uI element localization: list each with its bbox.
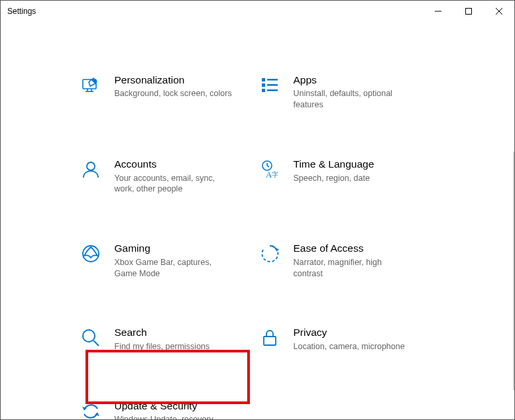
svg-line-17 [267,166,269,167]
tile-title: Apps [294,74,413,86]
tile-accounts[interactable]: Accounts Your accounts, email, sync, wor… [79,152,258,200]
svg-text:字: 字 [272,171,278,178]
tile-title: Privacy [294,326,405,339]
accounts-icon [79,158,103,182]
svg-rect-9 [262,83,265,87]
minimize-button[interactable] [423,1,453,22]
gaming-icon [79,242,103,266]
window-controls [423,1,514,22]
svg-rect-10 [262,89,265,92]
svg-rect-8 [262,78,265,81]
time-language-icon: A 字 [258,158,282,182]
tile-personalization[interactable]: Personalization Background, lock screen,… [79,68,258,116]
tile-desc: Windows Update, recovery, backup [115,414,234,420]
category-grid: Personalization Background, lock screen,… [79,68,437,420]
tile-title: Personalization [115,74,232,86]
tile-desc: Background, lock screen, colors [115,88,232,99]
svg-point-14 [87,162,95,170]
tile-desc: Uninstall, defaults, optional features [294,88,413,111]
tile-title: Update & Security [115,399,234,412]
tile-desc: Find my files, permissions [115,341,210,352]
privacy-icon [258,326,282,350]
ease-of-access-icon [258,242,282,266]
apps-icon [258,74,282,97]
scrollbar[interactable] [513,152,514,390]
svg-rect-24 [264,337,276,345]
svg-rect-11 [267,79,278,81]
titlebar: Settings [1,1,514,22]
tile-title: Search [115,326,210,339]
personalization-icon [79,74,103,97]
svg-rect-13 [267,89,278,91]
tile-gaming[interactable]: Gaming Xbox Game Bar, captures, Game Mod… [79,236,258,284]
window-title: Settings [7,7,36,16]
svg-point-22 [83,330,95,342]
tile-desc: Xbox Game Bar, captures, Game Mode [115,257,234,280]
svg-line-23 [93,341,99,346]
tile-time-language[interactable]: A 字 Time & Language Speech, region, date [258,152,437,200]
tile-title: Gaming [115,242,234,254]
maximize-button[interactable] [453,1,484,22]
search-icon [79,326,103,350]
tile-title: Accounts [115,158,234,170]
tile-privacy[interactable]: Privacy Location, camera, microphone [258,321,437,357]
close-button[interactable] [484,1,514,22]
tile-update-security[interactable]: Update & Security Windows Update, recove… [79,394,258,420]
svg-rect-1 [466,9,472,15]
svg-marker-21 [275,248,279,251]
tile-desc: Location, camera, microphone [294,341,405,352]
tile-search[interactable]: Search Find my files, permissions [79,321,258,357]
svg-rect-12 [267,84,278,86]
tile-ease-of-access[interactable]: Ease of Access Narrator, magnifier, high… [258,236,437,284]
tile-desc: Your accounts, email, sync, work, other … [115,173,234,195]
settings-content: Personalization Background, lock screen,… [1,22,514,420]
tile-apps[interactable]: Apps Uninstall, defaults, optional featu… [258,68,437,116]
tile-title: Time & Language [294,158,374,170]
tile-desc: Narrator, magnifier, high contrast [294,257,413,280]
tile-desc: Speech, region, date [294,173,374,184]
update-security-icon [79,399,103,420]
tile-title: Ease of Access [294,242,413,254]
